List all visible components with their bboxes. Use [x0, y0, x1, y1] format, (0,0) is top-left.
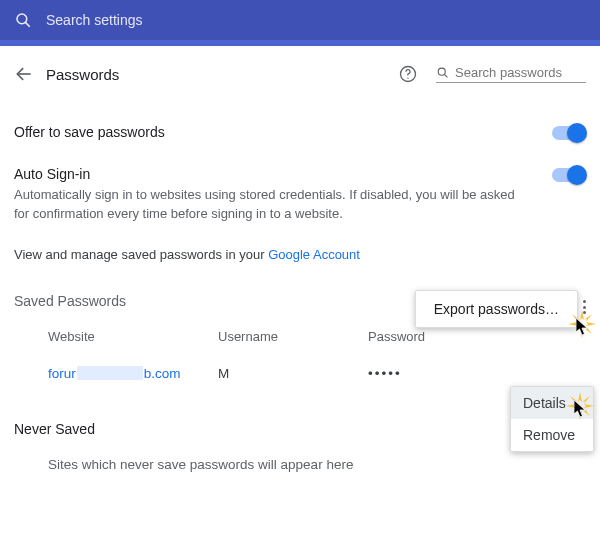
- help-icon[interactable]: [398, 64, 418, 84]
- website-suffix: b.com: [144, 366, 181, 381]
- more-options-icon[interactable]: [583, 300, 586, 314]
- settings-search-input[interactable]: [46, 12, 346, 28]
- redacted-block: [77, 366, 143, 380]
- auto-signin-toggle[interactable]: [552, 168, 586, 182]
- auto-signin-label: Auto Sign-in: [14, 166, 522, 182]
- website-cell[interactable]: forurb.com: [48, 366, 218, 381]
- password-search-input[interactable]: [455, 65, 586, 80]
- website-prefix: forur: [48, 366, 76, 381]
- password-search-field[interactable]: [436, 65, 586, 83]
- back-arrow-icon[interactable]: [14, 64, 34, 84]
- page-title: Passwords: [46, 66, 119, 83]
- never-saved-heading: Never Saved: [14, 421, 586, 437]
- redacted-block: [229, 366, 269, 380]
- context-menu-remove[interactable]: Remove: [511, 419, 593, 451]
- table-row[interactable]: forurb.com M •••••: [14, 366, 586, 381]
- col-website: Website: [48, 329, 218, 344]
- saved-passwords-columns: Website Username Password: [14, 329, 586, 344]
- svg-point-0: [17, 14, 27, 24]
- svg-point-5: [438, 68, 445, 75]
- username-cell: M: [218, 366, 368, 381]
- col-password: Password: [368, 329, 586, 344]
- context-menu-details[interactable]: Details: [511, 387, 593, 419]
- username-prefix: M: [218, 366, 229, 381]
- account-line-prefix: View and manage saved passwords in your: [14, 247, 268, 262]
- settings-topbar: [0, 0, 600, 40]
- password-row-context-menu: Details Remove: [510, 386, 594, 452]
- search-icon: [14, 11, 32, 29]
- offer-save-toggle[interactable]: [552, 126, 586, 140]
- svg-line-6: [444, 74, 447, 77]
- svg-point-4: [407, 78, 408, 79]
- password-cell: •••••: [368, 366, 586, 381]
- offer-save-label: Offer to save passwords: [14, 124, 522, 140]
- col-username: Username: [218, 329, 368, 344]
- never-saved-empty: Sites which never save passwords will ap…: [14, 457, 586, 472]
- export-passwords-menu-item[interactable]: Export passwords…: [415, 290, 578, 328]
- google-account-link[interactable]: Google Account: [268, 247, 360, 262]
- auto-signin-description: Automatically sign in to websites using …: [14, 186, 522, 224]
- svg-line-1: [25, 22, 29, 26]
